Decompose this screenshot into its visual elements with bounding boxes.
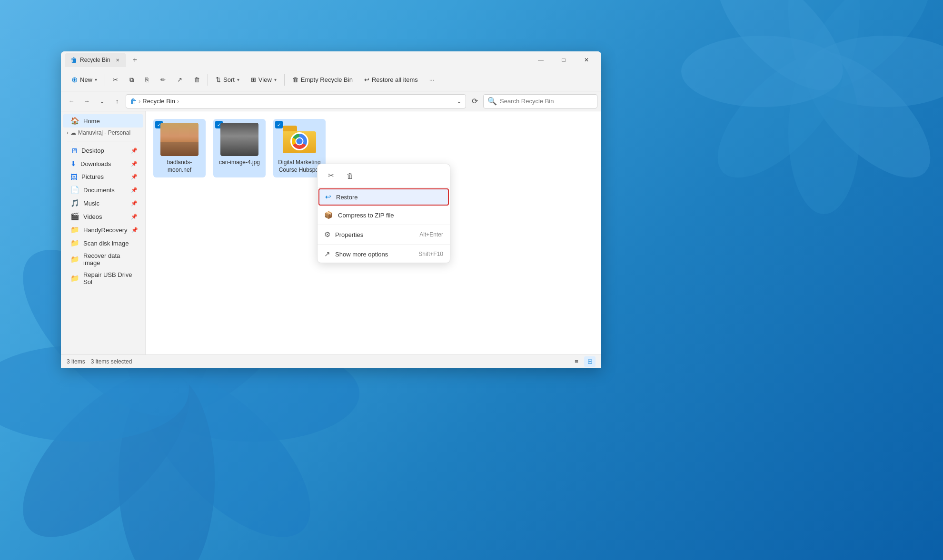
list-view-icon: ≡ <box>575 358 578 365</box>
new-tab-button[interactable]: + <box>128 53 141 67</box>
forward-button[interactable]: → <box>80 95 93 108</box>
toolbar: ⊕ New ▾ ✂ ⧉ ⎘ ✏ ↗ 🗑 ⇅ Sort ▾ ⊞ <box>61 69 601 91</box>
restore-all-button[interactable]: ↩ Restore all items <box>359 74 423 86</box>
expand-icon: › <box>67 129 69 136</box>
sidebar-item-documents[interactable]: 📄 Documents 📌 <box>63 183 143 196</box>
copy-icon: ⧉ <box>129 76 134 84</box>
sidebar-item-handyrecovery[interactable]: 📁 HandyRecovery 📌 <box>63 223 143 236</box>
window-controls: — □ ✕ <box>530 53 597 67</box>
selected-count: 3 items selected <box>91 358 132 365</box>
restore-all-icon: ↩ <box>364 76 369 83</box>
context-properties-item[interactable]: ⚙ Properties Alt+Enter <box>318 226 450 243</box>
address-path[interactable]: 🗑 › Recycle Bin › ⌄ <box>126 94 466 108</box>
sidebar-item-repair-usb[interactable]: 📁 Repair USB Drive Sol <box>63 269 143 288</box>
sidebar-music-label: Music <box>83 200 99 207</box>
new-icon: ⊕ <box>71 75 78 84</box>
sidebar-item-pictures[interactable]: 🖼 Pictures 📌 <box>63 170 143 183</box>
address-bar: ← → ⌄ ↑ 🗑 › Recycle Bin › ⌄ ⟳ 🔍 <box>61 91 601 111</box>
tab-recycle-bin[interactable]: 🗑 Recycle Bin ✕ <box>65 53 126 67</box>
path-recycle-bin: Recycle Bin <box>142 98 175 105</box>
new-tab-icon: + <box>133 56 137 64</box>
refresh-button[interactable]: ⟳ <box>468 95 481 108</box>
toolbar-separator-1 <box>105 74 105 86</box>
sidebar-item-downloads[interactable]: ⬇ Downloads 📌 <box>63 157 143 170</box>
context-restore-item[interactable]: ↩ Restore <box>318 188 449 206</box>
sidebar-item-music[interactable]: 🎵 Music 📌 <box>63 196 143 210</box>
documents-icon: 📄 <box>70 186 79 194</box>
toolbar-separator-3 <box>284 74 285 86</box>
search-box: 🔍 <box>483 94 597 108</box>
cloud-label: Manuviraj - Personal <box>78 129 130 136</box>
file-name-can-image: can-image-4.jpg <box>219 159 260 167</box>
view-icon: ⊞ <box>251 76 256 83</box>
paste-button[interactable]: ⎘ <box>140 74 154 86</box>
rename-button[interactable]: ✏ <box>156 74 170 86</box>
address-dropdown-icon[interactable]: ⌄ <box>457 98 462 105</box>
main-area: 🏠 Home › ☁ Manuviraj - Personal 🖥 Deskto… <box>61 111 601 354</box>
sidebar: 🏠 Home › ☁ Manuviraj - Personal 🖥 Deskto… <box>61 111 146 354</box>
context-compress-item[interactable]: 📦 Compress to ZIP file <box>318 206 450 224</box>
explorer-window: 🗑 Recycle Bin ✕ + — □ ✕ ⊕ New ▾ <box>61 51 601 368</box>
folder-icon-2: 📁 <box>70 239 79 247</box>
sidebar-item-home[interactable]: 🏠 Home <box>63 114 143 128</box>
up-button[interactable]: ↑ <box>110 95 124 108</box>
more-options-shortcut: Shift+F10 <box>418 251 443 257</box>
view-button[interactable]: ⊞ View ▾ <box>246 74 281 86</box>
properties-label: Properties <box>335 231 363 238</box>
list-view-button[interactable]: ≡ <box>571 356 582 367</box>
copy-button[interactable]: ⧉ <box>125 74 139 86</box>
sidebar-item-videos[interactable]: 🎬 Videos 📌 <box>63 210 143 223</box>
sidebar-item-desktop[interactable]: 🖥 Desktop 📌 <box>63 144 143 157</box>
restore-label: Restore <box>336 194 358 201</box>
more-options-button[interactable]: ··· <box>425 74 439 86</box>
tab-label: Recycle Bin <box>80 57 110 63</box>
view-controls: ≡ ⊞ <box>571 356 596 367</box>
sidebar-cloud-section[interactable]: › ☁ Manuviraj - Personal <box>61 128 145 138</box>
sort-icon: ⇅ <box>216 76 221 83</box>
rename-icon: ✏ <box>160 76 166 83</box>
pin-icon-7: 📌 <box>131 227 138 233</box>
sidebar-item-scan-disk[interactable]: 📁 Scan disk image <box>63 236 143 250</box>
context-delete-button[interactable]: 🗑 <box>342 168 357 183</box>
minimize-button[interactable]: — <box>530 53 552 67</box>
file-thumbnail-folder <box>280 123 318 156</box>
cut-button[interactable]: ✂ <box>108 74 123 86</box>
delete-button[interactable]: 🗑 <box>189 74 205 86</box>
maximize-button[interactable]: □ <box>553 53 575 67</box>
new-button[interactable]: ⊕ New ▾ <box>67 73 102 87</box>
file-area[interactable]: ✓ badlands-moon.nef ✓ can-image-4.jpg ✓ <box>146 111 601 354</box>
sidebar-repair-usb-label: Repair USB Drive Sol <box>83 271 138 285</box>
file-item-badlands[interactable]: ✓ badlands-moon.nef <box>153 119 206 177</box>
pin-icon-5: 📌 <box>131 200 138 206</box>
search-input[interactable] <box>500 98 593 105</box>
context-cut-button[interactable]: ✂ <box>323 168 338 183</box>
close-button[interactable]: ✕ <box>576 53 597 67</box>
compress-icon: 📦 <box>324 211 333 219</box>
pictures-icon: 🖼 <box>70 173 78 181</box>
file-checkbox-3[interactable]: ✓ <box>275 121 283 128</box>
more-options-icon: ↗ <box>324 250 330 258</box>
pin-icon-3: 📌 <box>131 174 138 180</box>
more-options-icon: ··· <box>429 76 435 83</box>
pin-icon: 📌 <box>131 147 138 154</box>
paste-icon: ⎘ <box>145 76 149 83</box>
grid-view-button[interactable]: ⊞ <box>584 356 596 367</box>
items-count: 3 items <box>67 358 85 365</box>
status-bar: 3 items 3 items selected ≡ ⊞ <box>61 354 601 368</box>
home-icon: 🏠 <box>70 117 79 125</box>
sidebar-recover-data-label: Recover data image <box>83 252 138 266</box>
share-button[interactable]: ↗ <box>172 74 187 86</box>
sidebar-videos-label: Videos <box>83 213 102 220</box>
sidebar-divider-1 <box>67 141 139 141</box>
back-button[interactable]: ← <box>65 95 78 108</box>
context-more-options-item[interactable]: ↗ Show more options Shift+F10 <box>318 246 450 263</box>
tab-close-button[interactable]: ✕ <box>115 57 120 64</box>
file-item-can-image[interactable]: ✓ can-image-4.jpg <box>213 119 266 177</box>
music-icon: 🎵 <box>70 199 79 207</box>
restore-icon: ↩ <box>325 193 331 201</box>
sort-button[interactable]: ⇅ Sort ▾ <box>211 74 244 86</box>
videos-icon: 🎬 <box>70 212 79 221</box>
empty-bin-button[interactable]: 🗑 Empty Recycle Bin <box>288 74 357 86</box>
recent-button[interactable]: ⌄ <box>95 95 109 108</box>
sidebar-item-recover-data[interactable]: 📁 Recover data image <box>63 250 143 269</box>
